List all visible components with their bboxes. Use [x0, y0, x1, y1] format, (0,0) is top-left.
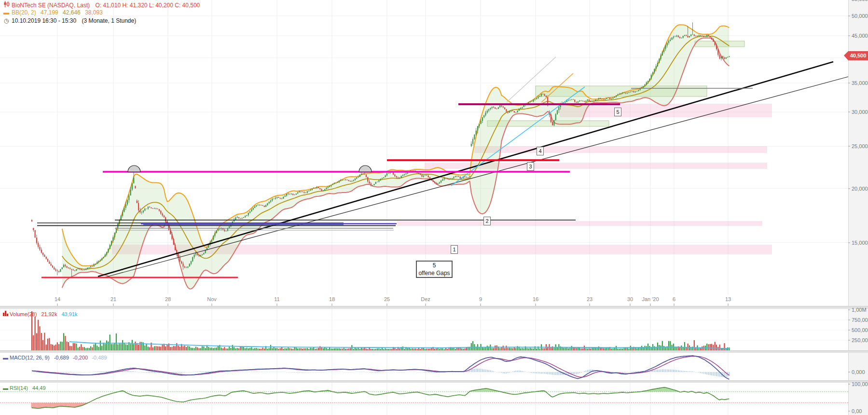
time-params: (3 Monate, 1 Stunde)	[82, 17, 136, 24]
volume-series	[31, 311, 730, 350]
date-axis-label: 23	[587, 296, 592, 302]
macd-value-2: -0,200	[73, 355, 88, 360]
arc-marker[interactable]	[128, 166, 140, 172]
rsi-axis-label: 100,00	[852, 381, 868, 387]
volume-axis-label: 250,00k	[852, 337, 868, 343]
date-axis-label: 6	[673, 296, 675, 302]
price-axis-label: 45,000	[852, 33, 868, 39]
volume-axis-label: 1,00M	[852, 307, 867, 313]
rsi-series	[0, 387, 848, 408]
gap-number-box[interactable]: 1	[451, 245, 458, 254]
volume-axis-label: 750,00k	[852, 317, 868, 323]
gap-zone[interactable]	[397, 221, 762, 226]
price-axis-label: 55,000	[852, 0, 868, 2]
rsi-line-icon: ▬	[3, 385, 8, 391]
date-axis-label: 9	[479, 296, 482, 302]
macd-axis-label: 0,000	[852, 369, 865, 375]
bb-line-icon: ▬	[3, 9, 10, 16]
legend-row-bollinger[interactable]: ▬BB(20, 2) 47,199 42,646 38,093	[3, 9, 103, 16]
price-axis-label: 35,000	[852, 80, 868, 86]
date-axis-label: Nov	[207, 296, 217, 302]
open-gaps-annotation[interactable]: 5 offene Gaps	[416, 261, 453, 278]
arc-marker[interactable]	[359, 166, 372, 172]
macd-header[interactable]: ▬ MACD(12, 26, 9) -0,689 -0,200 -0,489	[3, 354, 107, 361]
last-price-tag: 40,500	[848, 51, 868, 60]
open-gaps-count: 5	[417, 262, 452, 269]
macd-line-icon: ▬	[3, 355, 8, 360]
gap-number-box[interactable]: 3	[527, 162, 534, 171]
rsi-label: RSI(14)	[10, 385, 28, 391]
gap-number-box[interactable]: 5	[614, 108, 621, 116]
date-axis-label: 18	[329, 296, 335, 302]
rsi-value: 44,49	[32, 385, 46, 391]
rsi-header[interactable]: ▬ RSI(14) 44,49	[3, 385, 46, 391]
volume-ma-value: 43,91k	[61, 311, 77, 317]
date-axis-label: 28	[165, 296, 171, 302]
price-axis-label: 30,000	[852, 109, 868, 115]
date-axis-label: Dez	[421, 296, 430, 302]
legend-row-instrument[interactable]: BioNTech SE (NASDAQ, Last) O: 41,010 H: …	[3, 1, 200, 9]
open-gaps-text: offene Gaps	[417, 269, 452, 277]
rsi-axis-label: 0,00	[852, 408, 862, 414]
date-axis-label: 21	[110, 296, 116, 302]
price-tag-arrow	[844, 51, 848, 60]
price-axis-label: 50,000	[852, 13, 868, 19]
clock-icon: ◷	[3, 17, 10, 25]
date-axis-label: 25	[384, 296, 390, 302]
gap-zone[interactable]	[474, 146, 767, 153]
trend-line[interactable]	[98, 62, 833, 277]
gap-number-box[interactable]: 2	[483, 217, 491, 225]
instrument-title: BioNTech SE (NASDAQ, Last)	[12, 2, 90, 9]
date-axis-label: 30	[627, 296, 633, 302]
date-axis-label: 11	[274, 296, 279, 302]
volume-bars-icon	[3, 311, 8, 317]
volume-label: Volume(28)	[10, 311, 37, 317]
volume-value: 21,92k	[41, 311, 57, 317]
volume-axis-label: 500,00k	[852, 327, 868, 333]
price-axis-label: 20,000	[852, 186, 868, 192]
date-axis-label: Jan '20	[642, 296, 659, 302]
legend-row-timeframe: ◷10.10.2019 16:30 - 15:30 (3 Monate, 1 S…	[3, 17, 136, 25]
macd-series	[31, 356, 730, 379]
gap-number-box[interactable]: 4	[537, 147, 544, 155]
chart-canvas[interactable]	[0, 0, 868, 415]
macd-value-1: -0,689	[54, 355, 69, 360]
ohlc-values: O: 41,010 H: 41,320 L: 40,200 C: 40,500	[95, 2, 200, 9]
date-axis-label: 14	[55, 296, 60, 302]
price-axis-label: 15,000	[852, 240, 868, 246]
candlestick-icon	[3, 1, 10, 9]
volume-header[interactable]: Volume(28) 21,92k 43,91k	[3, 311, 78, 318]
bb-upper-value: 47,199	[41, 9, 58, 16]
bb-middle-value: 42,646	[63, 9, 81, 16]
bb-label: BB(20, 2)	[12, 9, 36, 16]
trading-chart-app: BioNTech SE (NASDAQ, Last) O: 41,010 H: …	[0, 0, 868, 415]
macd-label: MACD(12, 26, 9)	[10, 355, 50, 360]
bb-lower-value: 38,093	[85, 9, 103, 16]
macd-value-3: -0,489	[92, 355, 107, 360]
date-axis-label: 16	[533, 296, 538, 302]
time-range: 10.10.2019 16:30 - 15:30	[12, 17, 76, 24]
price-axis-label: 25,000	[852, 143, 868, 149]
date-axis-label: 13	[725, 296, 731, 302]
